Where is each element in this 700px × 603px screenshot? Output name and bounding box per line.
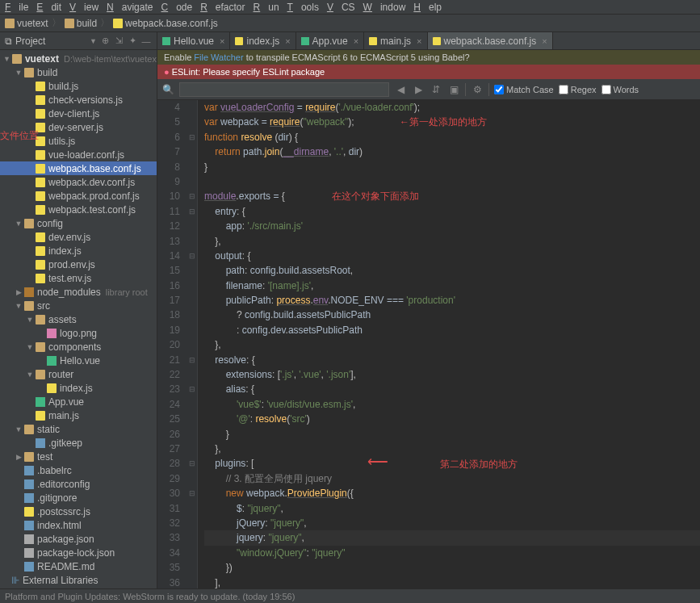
project-sidebar: ⧉ Project ▼ ⊕ ⇲ ✦ — ▼vuetextD:\web-item\… — [0, 32, 157, 588]
tree-item-webpack-base-conf-js[interactable]: webpack.base.conf.js — [0, 161, 157, 175]
tab-index-js[interactable]: index.js× — [230, 32, 296, 49]
prev-match-icon[interactable]: ◀ — [394, 83, 407, 96]
js-icon — [36, 109, 45, 119]
menu-view[interactable]: View — [69, 2, 99, 12]
vue-icon — [301, 37, 309, 45]
regex-checkbox[interactable]: Regex — [559, 85, 597, 94]
menu-help[interactable]: Help — [413, 2, 442, 12]
tree-item-config[interactable]: ▼config — [0, 216, 157, 230]
txt-icon — [24, 479, 34, 489]
tab-webpack-base-conf-js[interactable]: webpack.base.conf.js× — [428, 32, 553, 49]
tree-item--postcssrc-js[interactable]: .postcssrc.js — [0, 505, 157, 518]
js-icon — [36, 178, 45, 187]
tree-item-logo-png[interactable]: logo.png — [0, 326, 157, 340]
txt-icon — [24, 521, 34, 530]
tree-item-router[interactable]: ▼router — [0, 367, 157, 381]
tree-item-App-vue[interactable]: App.vue — [0, 395, 157, 408]
filter-icon[interactable]: ⚙ — [471, 83, 484, 96]
select-all-icon[interactable]: ⇵ — [430, 83, 442, 96]
breadcrumb-folder[interactable]: build — [77, 18, 97, 29]
tree-item-node_modules[interactable]: ▶node_moduleslibrary root — [0, 285, 157, 299]
tree-item-index-js[interactable]: index.js — [0, 244, 157, 258]
match-case-checkbox[interactable]: Match Case — [494, 85, 554, 94]
folder-icon — [65, 19, 74, 28]
menu-navigate[interactable]: Navigate — [107, 2, 153, 12]
tree-item-webpack-dev-conf-js[interactable]: webpack.dev.conf.js — [0, 175, 157, 189]
close-icon[interactable]: × — [542, 36, 547, 46]
tree-item-vue-loader-conf-js[interactable]: vue-loader.conf.js — [0, 148, 157, 161]
breadcrumb-project[interactable]: vuetext — [17, 18, 48, 29]
tree-item-package-json[interactable]: package.json — [0, 532, 157, 546]
tree-item-webpack-prod-conf-js[interactable]: webpack.prod.conf.js — [0, 189, 157, 203]
tree-item-test[interactable]: ▶test — [0, 450, 157, 463]
status-bar: Platform and Plugin Updates: WebStorm is… — [0, 588, 700, 603]
tree-item-src[interactable]: ▼src — [0, 299, 157, 312]
tree-item-package-lock-json[interactable]: package-lock.json — [0, 546, 157, 559]
hide-icon[interactable]: — — [140, 36, 152, 47]
file-watcher-link[interactable]: File Watcher — [194, 52, 243, 62]
annotation: 第二处添加的地方 — [440, 457, 518, 471]
menu-tools[interactable]: Tools — [287, 2, 319, 12]
collapse-all-icon[interactable]: ⇲ — [113, 36, 124, 47]
tree-item-build-js[interactable]: build.js — [0, 79, 157, 93]
words-checkbox[interactable]: Words — [601, 85, 639, 94]
add-selection-icon[interactable]: ▣ — [447, 83, 460, 96]
tab-main-js[interactable]: main.js× — [364, 32, 427, 49]
external-libraries[interactable]: ⊪External Libraries — [0, 573, 157, 587]
tree-root[interactable]: ▼vuetextD:\web-item\text\vuetext — [0, 52, 157, 65]
txt-icon — [36, 438, 45, 448]
arrow-icon: ⟵ — [367, 454, 388, 469]
folder-icon — [24, 301, 34, 311]
js-icon — [36, 260, 45, 270]
close-icon[interactable]: × — [285, 36, 290, 46]
settings-icon[interactable]: ✦ — [127, 36, 138, 47]
close-icon[interactable]: × — [220, 36, 224, 46]
menu-vcs[interactable]: VCS — [327, 2, 355, 12]
close-icon[interactable]: × — [417, 36, 421, 46]
menu-edit[interactable]: Edit — [36, 2, 61, 12]
vue-icon — [47, 356, 57, 366]
tree-item-assets[interactable]: ▼assets — [0, 312, 157, 326]
folder-icon — [24, 452, 34, 462]
status-message[interactable]: Platform and Plugin Updates: WebStorm is… — [5, 592, 295, 601]
tab-Hello-vue[interactable]: Hello.vue× — [157, 32, 230, 49]
tab-App-vue[interactable]: App.vue× — [296, 32, 364, 49]
tree-item-dev-env-js[interactable]: dev.env.js — [0, 230, 157, 244]
tree-item--babelrc[interactable]: .babelrc — [0, 463, 157, 477]
json-icon — [24, 534, 34, 544]
menu-file[interactable]: File — [5, 2, 28, 12]
tree-item-README-md[interactable]: README.md — [0, 559, 157, 573]
folder-icon — [36, 342, 45, 352]
search-input[interactable] — [179, 82, 389, 97]
code-editor[interactable]: 4567891011121314151617181920212223242526… — [157, 100, 700, 588]
tree-item-Hello-vue[interactable]: Hello.vue — [0, 354, 157, 367]
next-match-icon[interactable]: ▶ — [412, 83, 425, 96]
tree-item--gitkeep[interactable]: .gitkeep — [0, 436, 157, 450]
menu-window[interactable]: Window — [363, 2, 406, 12]
search-icon: 🔍 — [162, 84, 174, 95]
tree-item-index-js[interactable]: index.js — [0, 381, 157, 395]
breadcrumb-file[interactable]: webpack.base.conf.js — [125, 18, 218, 29]
js-icon — [369, 37, 377, 45]
menu-refactor[interactable]: Refactor — [200, 2, 245, 12]
tree-item-index-html[interactable]: index.html — [0, 518, 157, 532]
tree-item-static[interactable]: ▼static — [0, 422, 157, 436]
editor-tabs: Hello.vue×index.js×App.vue×main.js×webpa… — [157, 32, 700, 50]
folder-icon — [36, 315, 45, 325]
tree-item-main-js[interactable]: main.js — [0, 408, 157, 422]
tree-item--editorconfig[interactable]: .editorconfig — [0, 477, 157, 491]
tree-item-prod-env-js[interactable]: prod.env.js — [0, 258, 157, 271]
tree-item--gitignore[interactable]: .gitignore — [0, 491, 157, 505]
tree-item-build[interactable]: ▼build — [0, 65, 157, 79]
close-icon[interactable]: × — [354, 36, 358, 46]
scroll-from-source-icon[interactable]: ⊕ — [99, 36, 111, 47]
menu-run[interactable]: Run — [254, 2, 279, 12]
menu-code[interactable]: Code — [161, 2, 192, 12]
tree-item-webpack-test-conf-js[interactable]: webpack.test.conf.js — [0, 203, 157, 216]
tree-item-dev-client-js[interactable]: dev-client.js — [0, 107, 157, 120]
folder-icon — [5, 19, 15, 28]
sidebar-title[interactable]: Project — [15, 36, 90, 47]
tree-item-check-versions-js[interactable]: check-versions.js — [0, 93, 157, 107]
tree-item-test-env-js[interactable]: test.env.js — [0, 271, 157, 285]
tree-item-components[interactable]: ▼components — [0, 340, 157, 354]
